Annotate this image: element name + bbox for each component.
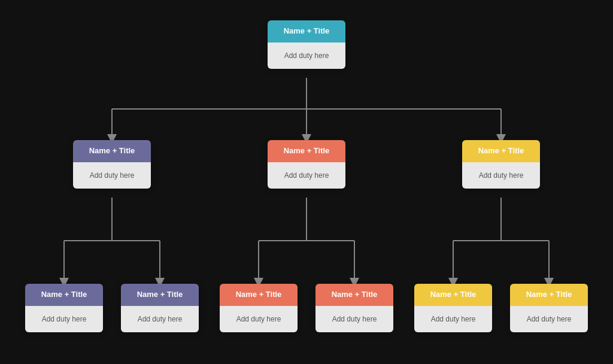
node-mid_left[interactable]: Name + TitleAdd duty here <box>73 140 151 189</box>
node-body-bot_cl: Add duty here <box>220 306 298 332</box>
node-header-bot_rl: Name + Title <box>414 284 492 306</box>
node-header-mid_right: Name + Title <box>462 140 540 162</box>
org-chart: Name + TitleAdd duty hereName + TitleAdd… <box>13 8 600 356</box>
node-body-mid_center: Add duty here <box>268 162 345 189</box>
node-header-bot_rr: Name + Title <box>510 284 588 306</box>
node-body-bot_rr: Add duty here <box>510 306 588 332</box>
node-body-root: Add duty here <box>268 43 345 69</box>
node-body-mid_right: Add duty here <box>462 162 540 189</box>
node-header-mid_left: Name + Title <box>73 140 151 162</box>
node-body-bot_rl: Add duty here <box>414 306 492 332</box>
node-header-bot_lr: Name + Title <box>121 284 199 306</box>
node-mid_center[interactable]: Name + TitleAdd duty here <box>268 140 345 189</box>
node-header-mid_center: Name + Title <box>268 140 345 162</box>
node-bot_cr[interactable]: Name + TitleAdd duty here <box>315 284 393 332</box>
node-bot_rr[interactable]: Name + TitleAdd duty here <box>510 284 588 332</box>
node-header-bot_cl: Name + Title <box>220 284 298 306</box>
node-bot_lr[interactable]: Name + TitleAdd duty here <box>121 284 199 332</box>
node-header-root: Name + Title <box>268 20 345 43</box>
node-root[interactable]: Name + TitleAdd duty here <box>268 20 345 69</box>
node-body-mid_left: Add duty here <box>73 162 151 189</box>
node-bot_ll[interactable]: Name + TitleAdd duty here <box>25 284 103 332</box>
node-header-bot_ll: Name + Title <box>25 284 103 306</box>
node-body-bot_lr: Add duty here <box>121 306 199 332</box>
node-body-bot_ll: Add duty here <box>25 306 103 332</box>
node-header-bot_cr: Name + Title <box>315 284 393 306</box>
node-bot_rl[interactable]: Name + TitleAdd duty here <box>414 284 492 332</box>
node-body-bot_cr: Add duty here <box>315 306 393 332</box>
node-mid_right[interactable]: Name + TitleAdd duty here <box>462 140 540 189</box>
node-bot_cl[interactable]: Name + TitleAdd duty here <box>220 284 298 332</box>
